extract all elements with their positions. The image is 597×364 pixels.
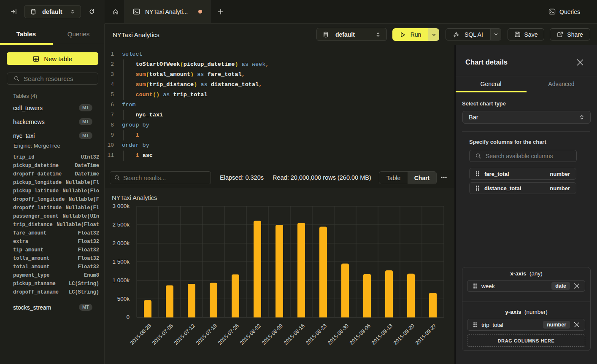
svg-text:2015-09-27: 2015-09-27 bbox=[414, 323, 438, 346]
svg-text:0: 0 bbox=[126, 314, 130, 320]
svg-text:2015-08-02: 2015-08-02 bbox=[239, 323, 262, 346]
svg-text:2015-09-13: 2015-09-13 bbox=[370, 323, 394, 346]
svg-text:2015-09-06: 2015-09-06 bbox=[348, 323, 372, 346]
svg-text:2015-08-16: 2015-08-16 bbox=[283, 323, 306, 346]
svg-text:2015-07-05: 2015-07-05 bbox=[151, 323, 174, 346]
svg-text:2015-07-26: 2015-07-26 bbox=[217, 323, 240, 346]
svg-text:2015-09-20: 2015-09-20 bbox=[392, 323, 416, 346]
svg-text:1 000k: 1 000k bbox=[112, 277, 130, 283]
svg-text:2 500k: 2 500k bbox=[112, 221, 130, 228]
svg-text:2015-08-23: 2015-08-23 bbox=[305, 323, 328, 346]
svg-text:2015-07-12: 2015-07-12 bbox=[173, 323, 196, 346]
svg-text:1 500k: 1 500k bbox=[112, 259, 130, 265]
svg-text:2015-06-28: 2015-06-28 bbox=[129, 323, 152, 346]
svg-text:2015-07-19: 2015-07-19 bbox=[195, 323, 218, 346]
svg-text:3 000k: 3 000k bbox=[112, 203, 130, 209]
svg-text:NYTaxi Analytics: NYTaxi Analytics bbox=[112, 194, 157, 201]
svg-text:2015-08-30: 2015-08-30 bbox=[327, 323, 350, 346]
svg-text:2 000k: 2 000k bbox=[112, 240, 130, 246]
svg-text:500k: 500k bbox=[117, 296, 130, 302]
svg-text:2015-08-09: 2015-08-09 bbox=[261, 323, 284, 346]
